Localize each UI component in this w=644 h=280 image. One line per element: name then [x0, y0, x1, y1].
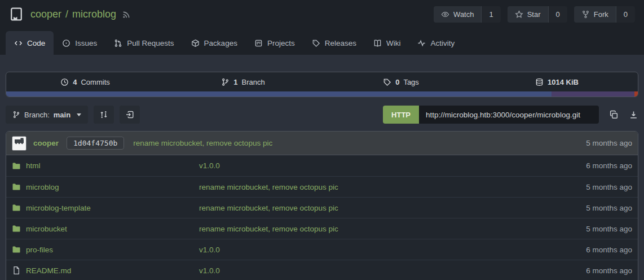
issues-icon: [62, 39, 70, 47]
fork-label: Fork: [594, 10, 608, 19]
folder-icon: [12, 203, 21, 212]
file-commit-message[interactable]: v1.0.0: [199, 246, 559, 254]
commit-author-link[interactable]: cooper: [33, 139, 59, 147]
repo-title-separator: /: [65, 8, 68, 20]
branch-icon: [12, 111, 20, 119]
tab-packages[interactable]: Packages: [183, 31, 246, 55]
file-commit-message[interactable]: rename microbucket, remove octopus pic: [199, 204, 559, 212]
watch-count[interactable]: 1: [481, 6, 500, 23]
repo-actions: Watch 1 Star 0: [434, 6, 635, 23]
file-name-link[interactable]: microbucket: [26, 225, 67, 233]
activity-icon: [417, 39, 426, 47]
repo-tabbar: Code Issues Pull Requests: [0, 28, 644, 55]
file-name-link[interactable]: README.md: [26, 266, 71, 275]
star-button[interactable]: Star 0: [508, 6, 567, 23]
file-arrow-icon: [125, 110, 134, 119]
repo-name-link[interactable]: microblog: [72, 8, 116, 20]
star-count[interactable]: 0: [548, 6, 567, 23]
file-age: 5 months ago: [559, 183, 632, 191]
file-commit-message[interactable]: rename microbucket, remove octopus pic: [199, 225, 559, 233]
file-age: 5 months ago: [559, 225, 632, 233]
repo-title: cooper / microblog: [30, 8, 116, 20]
tab-releases[interactable]: Releases: [303, 31, 365, 55]
file-commit-message[interactable]: rename microbucket, remove octopus pic: [199, 183, 559, 191]
file-row: microblog rename microbucket, remove oct…: [6, 176, 638, 197]
file-icon: [12, 266, 21, 275]
repo-header: cooper / microblog Watch: [0, 0, 644, 28]
history-icon: [60, 78, 69, 86]
package-icon: [191, 39, 200, 47]
branch-selector[interactable]: Branch: main: [6, 106, 88, 124]
tag-icon: [383, 78, 391, 86]
tab-activity[interactable]: Activity: [409, 31, 463, 55]
fork-icon: [581, 10, 590, 19]
clone-url-input[interactable]: [419, 106, 599, 124]
repo-owner-link[interactable]: cooper: [30, 8, 61, 20]
file-age: 5 months ago: [559, 204, 632, 212]
watch-button[interactable]: Watch 1: [434, 6, 501, 23]
file-row: README.md v1.0.0 6 months ago: [6, 260, 638, 280]
avatar[interactable]: [12, 136, 27, 151]
fork-button[interactable]: Fork 0: [574, 6, 635, 23]
repo-content: 4 Commits 1 Branch 0: [0, 72, 644, 280]
stat-branches[interactable]: 1 Branch: [164, 78, 322, 86]
eye-icon: [441, 10, 449, 19]
file-name-link[interactable]: microblog: [26, 183, 59, 191]
top-band: cooper / microblog Watch: [0, 0, 644, 55]
copy-icon: [609, 110, 619, 120]
code-icon: [14, 39, 23, 47]
current-branch-name: main: [54, 111, 70, 119]
tab-projects[interactable]: Projects: [246, 31, 303, 55]
file-commit-message[interactable]: v1.0.0: [199, 266, 559, 275]
go-to-file-button[interactable]: [120, 106, 140, 124]
lang-seg-1: [552, 91, 635, 97]
tab-issues[interactable]: Issues: [54, 31, 105, 55]
watch-label: Watch: [453, 10, 474, 19]
download-button[interactable]: [629, 106, 638, 124]
file-table: cooper 1d04f4750b rename microbucket, re…: [6, 131, 638, 280]
projects-icon: [254, 39, 263, 47]
repo-book-icon: [9, 7, 24, 21]
commit-message-link[interactable]: rename microbucket, remove octopus pic: [133, 139, 272, 147]
file-commit-message[interactable]: v1.0.0: [199, 161, 559, 170]
file-age: 6 months ago: [559, 161, 632, 170]
stat-commits[interactable]: 4 Commits: [6, 78, 164, 86]
folder-icon: [12, 161, 21, 170]
commit-age: 5 months ago: [586, 139, 632, 147]
file-age: 6 months ago: [559, 266, 632, 275]
latest-commit-row: cooper 1d04f4750b rename microbucket, re…: [6, 132, 638, 155]
folder-icon: [12, 224, 21, 233]
file-name-link[interactable]: html: [26, 161, 41, 170]
file-row: microbucket rename microbucket, remove o…: [6, 218, 638, 239]
compare-button[interactable]: [94, 106, 114, 124]
commit-hash[interactable]: 1d04f4750b: [67, 137, 124, 150]
tab-code[interactable]: Code: [6, 31, 54, 55]
lang-seg-2: [634, 91, 638, 97]
file-row: pro-files v1.0.0 6 months ago: [6, 239, 638, 260]
book-icon: [373, 39, 382, 47]
file-age: 6 months ago: [559, 246, 632, 254]
file-name-link[interactable]: microblog-template: [26, 204, 91, 212]
tab-wiki[interactable]: Wiki: [365, 31, 409, 55]
branch-toolbar: Branch: main HTT: [6, 106, 638, 124]
file-name-link[interactable]: pro-files: [26, 246, 53, 254]
folder-icon: [12, 245, 21, 254]
stat-size: 1014 KiB: [480, 78, 638, 86]
fork-count[interactable]: 0: [616, 6, 635, 23]
stat-tags[interactable]: 0 Tags: [322, 78, 480, 86]
tab-pull-requests[interactable]: Pull Requests: [105, 31, 182, 55]
star-icon: [515, 10, 523, 19]
lang-seg-0: [6, 91, 552, 97]
rss-icon[interactable]: [122, 10, 131, 19]
clone-protocol-button[interactable]: HTTP: [383, 106, 419, 124]
copy-url-button[interactable]: [609, 106, 619, 124]
language-bar[interactable]: [6, 91, 638, 97]
pull-request-icon: [114, 39, 122, 47]
repo-stats-box: 4 Commits 1 Branch 0: [6, 72, 638, 97]
compare-icon: [99, 110, 108, 119]
folder-icon: [12, 182, 21, 191]
file-row: microblog-template rename microbucket, r…: [6, 197, 638, 218]
download-icon: [629, 110, 638, 120]
database-icon: [535, 78, 544, 86]
branch-icon: [221, 78, 230, 86]
